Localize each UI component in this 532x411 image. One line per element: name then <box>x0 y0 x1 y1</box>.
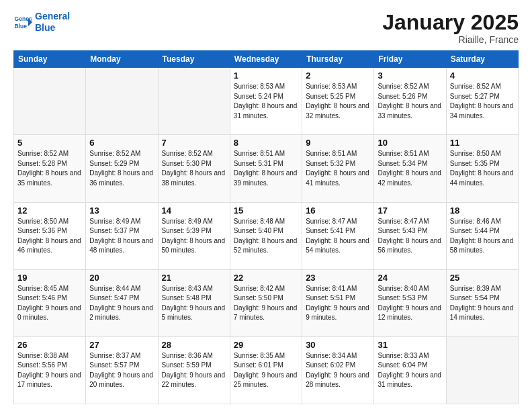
day-number: 30 <box>306 340 370 350</box>
cell-info: Sunrise: 8:50 AMSunset: 5:36 PMDaylight:… <box>17 217 82 256</box>
svg-text:Blue: Blue <box>15 22 28 29</box>
calendar-week-row: 19Sunrise: 8:45 AMSunset: 5:46 PMDayligh… <box>14 269 519 336</box>
cell-info: Sunrise: 8:38 AMSunset: 5:56 PMDaylight:… <box>17 351 82 390</box>
day-number: 3 <box>378 71 442 81</box>
table-row: 6Sunrise: 8:52 AMSunset: 5:29 PMDaylight… <box>86 135 158 202</box>
day-number: 31 <box>378 340 442 350</box>
day-number: 16 <box>306 205 370 216</box>
cell-info: Sunrise: 8:53 AMSunset: 5:25 PMDaylight:… <box>306 82 370 121</box>
day-number: 15 <box>234 205 298 216</box>
logo-text: General Blue <box>35 11 70 34</box>
day-number: 25 <box>450 273 515 283</box>
logo-line1: General <box>35 11 70 21</box>
day-number: 19 <box>17 273 82 283</box>
col-tuesday: Tuesday <box>158 51 230 68</box>
table-row: 21Sunrise: 8:43 AMSunset: 5:48 PMDayligh… <box>158 269 230 336</box>
col-wednesday: Wednesday <box>230 51 302 68</box>
table-row: 28Sunrise: 8:36 AMSunset: 5:59 PMDayligh… <box>158 336 230 404</box>
table-row: 13Sunrise: 8:49 AMSunset: 5:37 PMDayligh… <box>86 202 158 269</box>
table-row: 17Sunrise: 8:47 AMSunset: 5:43 PMDayligh… <box>374 202 446 269</box>
table-row: 14Sunrise: 8:49 AMSunset: 5:39 PMDayligh… <box>158 202 230 269</box>
table-row: 15Sunrise: 8:48 AMSunset: 5:40 PMDayligh… <box>230 202 302 269</box>
cell-info: Sunrise: 8:52 AMSunset: 5:27 PMDaylight:… <box>450 82 515 121</box>
day-number: 8 <box>234 138 298 148</box>
day-number: 13 <box>89 205 154 216</box>
table-row <box>86 68 158 135</box>
cell-info: Sunrise: 8:34 AMSunset: 6:02 PMDaylight:… <box>306 351 370 390</box>
cell-info: Sunrise: 8:47 AMSunset: 5:41 PMDaylight:… <box>306 217 370 256</box>
cell-info: Sunrise: 8:36 AMSunset: 5:59 PMDaylight:… <box>162 351 226 390</box>
table-row: 7Sunrise: 8:52 AMSunset: 5:30 PMDaylight… <box>158 135 230 202</box>
cell-info: Sunrise: 8:49 AMSunset: 5:37 PMDaylight:… <box>89 217 154 256</box>
day-number: 26 <box>17 340 82 350</box>
table-row <box>14 68 86 135</box>
table-row: 4Sunrise: 8:52 AMSunset: 5:27 PMDaylight… <box>446 68 518 135</box>
day-number: 22 <box>234 273 298 283</box>
cell-info: Sunrise: 8:51 AMSunset: 5:32 PMDaylight:… <box>306 149 370 188</box>
cell-info: Sunrise: 8:40 AMSunset: 5:53 PMDaylight:… <box>378 284 442 323</box>
table-row: 2Sunrise: 8:53 AMSunset: 5:25 PMDaylight… <box>302 68 374 135</box>
col-sunday: Sunday <box>14 51 86 68</box>
logo-line2: Blue <box>35 22 55 33</box>
day-number: 9 <box>306 138 370 148</box>
day-number: 27 <box>89 340 154 350</box>
calendar-header-row: Sunday Monday Tuesday Wednesday Thursday… <box>14 51 519 68</box>
day-number: 21 <box>162 273 226 283</box>
day-number: 11 <box>450 138 515 148</box>
logo-icon: General Blue <box>13 13 32 32</box>
cell-info: Sunrise: 8:52 AMSunset: 5:28 PMDaylight:… <box>17 149 82 188</box>
day-number: 10 <box>378 138 442 148</box>
table-row: 31Sunrise: 8:33 AMSunset: 6:04 PMDayligh… <box>374 336 446 404</box>
cell-info: Sunrise: 8:51 AMSunset: 5:34 PMDaylight:… <box>378 149 442 188</box>
day-number: 4 <box>450 71 515 81</box>
day-number: 7 <box>162 138 226 148</box>
logo: General Blue General Blue <box>13 11 70 34</box>
cell-info: Sunrise: 8:46 AMSunset: 5:44 PMDaylight:… <box>450 217 515 256</box>
day-number: 14 <box>162 205 226 216</box>
table-row: 1Sunrise: 8:53 AMSunset: 5:24 PMDaylight… <box>230 68 302 135</box>
cell-info: Sunrise: 8:52 AMSunset: 5:26 PMDaylight:… <box>378 82 442 121</box>
calendar-week-row: 1Sunrise: 8:53 AMSunset: 5:24 PMDaylight… <box>14 68 519 135</box>
day-number: 1 <box>234 71 298 81</box>
day-number: 17 <box>378 205 442 216</box>
cell-info: Sunrise: 8:41 AMSunset: 5:51 PMDaylight:… <box>306 284 370 323</box>
cell-info: Sunrise: 8:51 AMSunset: 5:31 PMDaylight:… <box>234 149 298 188</box>
table-row: 30Sunrise: 8:34 AMSunset: 6:02 PMDayligh… <box>302 336 374 404</box>
table-row: 9Sunrise: 8:51 AMSunset: 5:32 PMDaylight… <box>302 135 374 202</box>
day-number: 18 <box>450 205 515 216</box>
col-thursday: Thursday <box>302 51 374 68</box>
col-saturday: Saturday <box>446 51 518 68</box>
cell-info: Sunrise: 8:39 AMSunset: 5:54 PMDaylight:… <box>450 284 515 323</box>
cell-info: Sunrise: 8:42 AMSunset: 5:50 PMDaylight:… <box>234 284 298 323</box>
cell-info: Sunrise: 8:52 AMSunset: 5:30 PMDaylight:… <box>162 149 226 188</box>
table-row <box>158 68 230 135</box>
table-row: 27Sunrise: 8:37 AMSunset: 5:57 PMDayligh… <box>86 336 158 404</box>
table-row: 24Sunrise: 8:40 AMSunset: 5:53 PMDayligh… <box>374 269 446 336</box>
day-number: 2 <box>306 71 370 81</box>
calendar-week-row: 26Sunrise: 8:38 AMSunset: 5:56 PMDayligh… <box>14 336 519 404</box>
table-row: 20Sunrise: 8:44 AMSunset: 5:47 PMDayligh… <box>86 269 158 336</box>
header: General Blue General Blue January 2025 R… <box>13 11 519 45</box>
table-row: 16Sunrise: 8:47 AMSunset: 5:41 PMDayligh… <box>302 202 374 269</box>
table-row: 8Sunrise: 8:51 AMSunset: 5:31 PMDaylight… <box>230 135 302 202</box>
table-row: 5Sunrise: 8:52 AMSunset: 5:28 PMDaylight… <box>14 135 86 202</box>
table-row: 29Sunrise: 8:35 AMSunset: 6:01 PMDayligh… <box>230 336 302 404</box>
cell-info: Sunrise: 8:43 AMSunset: 5:48 PMDaylight:… <box>162 284 226 323</box>
day-number: 6 <box>89 138 154 148</box>
cell-info: Sunrise: 8:37 AMSunset: 5:57 PMDaylight:… <box>89 351 154 390</box>
table-row: 19Sunrise: 8:45 AMSunset: 5:46 PMDayligh… <box>14 269 86 336</box>
cell-info: Sunrise: 8:48 AMSunset: 5:40 PMDaylight:… <box>234 217 298 256</box>
cell-info: Sunrise: 8:33 AMSunset: 6:04 PMDaylight:… <box>378 351 442 390</box>
cell-info: Sunrise: 8:45 AMSunset: 5:46 PMDaylight:… <box>17 284 82 323</box>
month-title: January 2025 <box>382 11 519 34</box>
title-block: January 2025 Riaille, France <box>382 11 519 45</box>
cell-info: Sunrise: 8:49 AMSunset: 5:39 PMDaylight:… <box>162 217 226 256</box>
table-row: 12Sunrise: 8:50 AMSunset: 5:36 PMDayligh… <box>14 202 86 269</box>
calendar-week-row: 5Sunrise: 8:52 AMSunset: 5:28 PMDaylight… <box>14 135 519 202</box>
cell-info: Sunrise: 8:35 AMSunset: 6:01 PMDaylight:… <box>234 351 298 390</box>
cell-info: Sunrise: 8:47 AMSunset: 5:43 PMDaylight:… <box>378 217 442 256</box>
calendar-week-row: 12Sunrise: 8:50 AMSunset: 5:36 PMDayligh… <box>14 202 519 269</box>
day-number: 23 <box>306 273 370 283</box>
table-row: 11Sunrise: 8:50 AMSunset: 5:35 PMDayligh… <box>446 135 518 202</box>
calendar-table: Sunday Monday Tuesday Wednesday Thursday… <box>13 50 519 404</box>
